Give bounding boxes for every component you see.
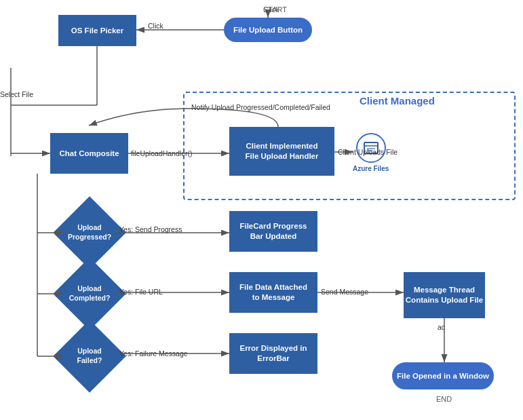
end-label: END [436,395,452,403]
ac-label: ac [438,323,445,331]
error-displayed-label: Error Displayed in ErrorBar [239,343,307,364]
select-file-label: Select File [0,90,33,98]
message-thread-label: Message Thread Contains Upload File [406,285,483,305]
client-implemented-label: Client Implemented File Upload Handler [246,141,319,161]
file-opened-window-node: File Opened in a Window [392,362,494,389]
chat-composite-node: Chat Composite [50,133,128,174]
message-thread-node: Message Thread Contains Upload File [404,272,485,318]
yes-file-url-label: Yes: File URL [119,288,163,296]
client-managed-label: Client Managed [360,95,435,107]
file-upload-button-node: File Upload Button [224,18,312,42]
file-data-attached-label: File Data Attached to Message [239,282,307,303]
upload-failed-label: Upload Failed? [77,347,102,365]
client-implemented-node: Client Implemented File Upload Handler [229,127,334,176]
file-opened-window-label: File Opened in a Window [397,371,489,381]
yes-failure-message-label: Yes: Failure Message [119,349,188,358]
upload-completed-label: Upload Completed? [69,284,111,303]
send-message-label: Send Message [321,288,368,296]
notify-upload-label: Notify Upload Progressed/Completed/Faile… [191,103,330,111]
upload-progressed-label: Upload Progressed? [68,223,111,242]
file-data-attached-node: File Data Attached to Message [229,272,317,313]
os-file-picker-node: OS File Picker [58,15,136,46]
client-uploads-file-label: Client Uploads File [338,148,398,156]
yes-send-progress-label: Yes: Send Progress [119,225,182,233]
click-label: Click [148,22,163,30]
azure-files-label: Azure Files [353,165,389,172]
filecard-progress-label: FileCard Progress Bar Updated [239,221,307,242]
filecard-progress-node: FileCard Progress Bar Updated [229,211,317,252]
file-upload-handler-label: fileUploadHandler() [131,149,192,157]
start-label-text: START [263,5,287,14]
error-displayed-node: Error Displayed in ErrorBar [229,333,317,374]
upload-failed-diamond: Upload Failed? [53,320,125,392]
flowchart-diagram: Client Managed Click START File Upload B… [0,0,523,420]
os-file-picker-label: OS File Picker [71,26,123,36]
file-upload-button-label: File Upload Button [233,25,303,35]
chat-composite-label: Chat Composite [59,149,119,159]
